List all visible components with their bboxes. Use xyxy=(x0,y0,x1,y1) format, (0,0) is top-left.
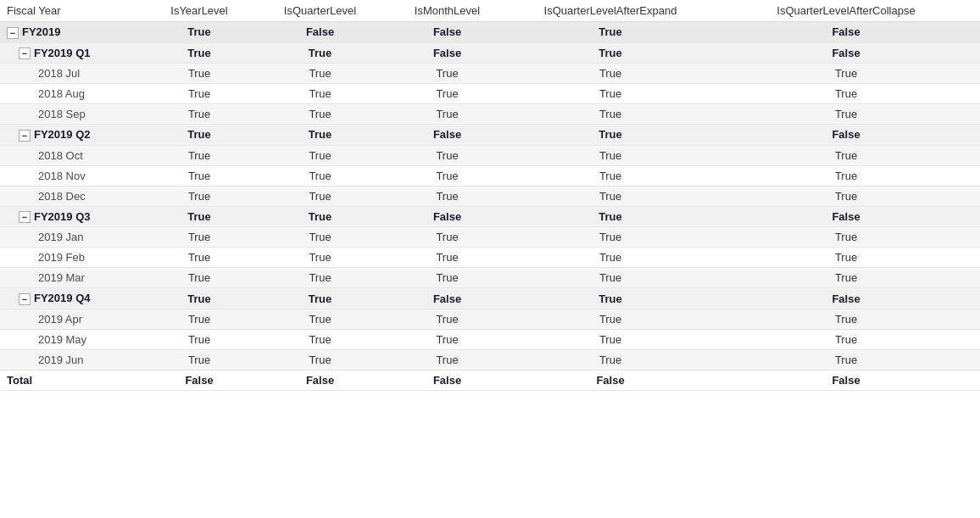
value-cell-3: False xyxy=(386,22,509,43)
fiscal-cell: 2018 Nov xyxy=(0,165,144,186)
value-cell-5: True xyxy=(712,329,980,349)
expand-collapse-icon[interactable]: − xyxy=(7,27,19,39)
fiscal-cell: 2019 Mar xyxy=(0,268,144,288)
value-cell-3: True xyxy=(386,268,509,288)
value-cell-5: False xyxy=(712,370,980,390)
value-cell-1: True xyxy=(144,64,254,84)
table-row: TotalFalseFalseFalseFalseFalse xyxy=(0,370,980,390)
value-cell-3: True xyxy=(386,349,509,370)
value-cell-5: True xyxy=(712,145,980,165)
fiscal-cell: 2018 Aug xyxy=(0,84,144,104)
value-cell-4: True xyxy=(509,309,712,329)
value-cell-3: True xyxy=(386,64,509,84)
value-cell-4: True xyxy=(509,186,712,206)
value-cell-1: True xyxy=(144,206,254,227)
value-cell-4: True xyxy=(509,104,712,125)
value-cell-5: True xyxy=(712,84,980,104)
value-cell-2: False xyxy=(254,22,386,43)
value-cell-3: True xyxy=(386,227,509,248)
value-cell-5: True xyxy=(712,349,980,370)
fiscal-cell: −FY2019 Q2 xyxy=(0,125,144,146)
value-cell-1: True xyxy=(144,227,254,248)
value-cell-4: True xyxy=(509,349,712,370)
value-cell-4: True xyxy=(509,42,712,64)
value-cell-1: True xyxy=(144,268,254,288)
value-cell-3: True xyxy=(386,329,509,349)
expand-collapse-icon[interactable]: − xyxy=(19,130,31,142)
table-row: −FY2019 Q2TrueTrueFalseTrueFalse xyxy=(0,125,980,146)
value-cell-3: True xyxy=(386,248,509,268)
value-cell-2: True xyxy=(254,64,386,84)
value-cell-2: True xyxy=(254,104,386,125)
fiscal-year-table: Fiscal Year IsYearLevel IsQuarterLevel I… xyxy=(0,0,980,391)
value-cell-3: True xyxy=(386,309,509,329)
fiscal-cell: 2018 Sep xyxy=(0,104,144,125)
value-cell-4: True xyxy=(509,248,712,268)
table-row: 2018 NovTrueTrueTrueTrueTrue xyxy=(0,165,980,186)
value-cell-1: True xyxy=(144,329,254,349)
value-cell-3: False xyxy=(386,206,509,227)
value-cell-2: True xyxy=(254,349,386,370)
value-cell-1: True xyxy=(144,145,254,165)
header-isquarterlevelaftercollapse: IsQuarterLevelAfterCollapse xyxy=(712,0,980,22)
table-row: 2018 AugTrueTrueTrueTrueTrue xyxy=(0,84,980,104)
fiscal-cell: 2018 Jul xyxy=(0,64,144,84)
table-row: −FY2019 Q1TrueTrueFalseTrueFalse xyxy=(0,42,980,64)
expand-collapse-icon[interactable]: − xyxy=(19,293,31,305)
fiscal-cell: 2019 Jan xyxy=(0,227,144,248)
table-row: 2018 SepTrueTrueTrueTrueTrue xyxy=(0,104,980,125)
value-cell-2: True xyxy=(254,248,386,268)
value-cell-5: False xyxy=(712,22,980,43)
header-fiscal-year: Fiscal Year xyxy=(0,0,144,22)
header-ismonthlevel: IsMonthLevel xyxy=(386,0,509,22)
table-row: 2018 DecTrueTrueTrueTrueTrue xyxy=(0,186,980,206)
expand-collapse-icon[interactable]: − xyxy=(19,47,31,59)
table-row: −FY2019TrueFalseFalseTrueFalse xyxy=(0,22,980,43)
value-cell-4: True xyxy=(509,145,712,165)
value-cell-3: False xyxy=(386,370,509,390)
value-cell-5: True xyxy=(712,309,980,329)
value-cell-4: True xyxy=(509,84,712,104)
value-cell-2: True xyxy=(254,42,386,64)
value-cell-5: True xyxy=(712,64,980,84)
value-cell-2: True xyxy=(254,165,386,186)
table-row: 2019 FebTrueTrueTrueTrueTrue xyxy=(0,248,980,268)
value-cell-5: False xyxy=(712,125,980,146)
value-cell-5: False xyxy=(712,206,980,227)
value-cell-3: True xyxy=(386,84,509,104)
fiscal-cell: 2018 Oct xyxy=(0,145,144,165)
value-cell-3: True xyxy=(386,165,509,186)
value-cell-4: True xyxy=(509,206,712,227)
fiscal-cell: −FY2019 Q1 xyxy=(0,42,144,64)
value-cell-2: True xyxy=(254,206,386,227)
fiscal-cell: 2018 Dec xyxy=(0,186,144,206)
value-cell-4: False xyxy=(509,370,712,390)
value-cell-5: True xyxy=(712,186,980,206)
value-cell-4: True xyxy=(509,227,712,248)
expand-collapse-icon[interactable]: − xyxy=(19,211,31,223)
value-cell-3: True xyxy=(386,104,509,125)
value-cell-5: True xyxy=(712,248,980,268)
table-row: 2019 MarTrueTrueTrueTrueTrue xyxy=(0,268,980,288)
header-isyearlevel: IsYearLevel xyxy=(144,0,254,22)
value-cell-4: True xyxy=(509,165,712,186)
value-cell-5: False xyxy=(712,42,980,64)
fiscal-cell: −FY2019 xyxy=(0,22,144,43)
value-cell-1: True xyxy=(144,288,254,309)
value-cell-2: True xyxy=(254,84,386,104)
fiscal-cell: −FY2019 Q3 xyxy=(0,206,144,227)
value-cell-2: True xyxy=(254,309,386,329)
fiscal-cell: 2019 May xyxy=(0,329,144,349)
fiscal-cell: 2019 Jun xyxy=(0,349,144,370)
fiscal-cell: −FY2019 Q4 xyxy=(0,288,144,309)
value-cell-2: False xyxy=(254,370,386,390)
table-row: −FY2019 Q3TrueTrueFalseTrueFalse xyxy=(0,206,980,227)
value-cell-1: True xyxy=(144,349,254,370)
value-cell-2: True xyxy=(254,329,386,349)
header-isquarterlevelafterexpand: IsQuarterLevelAfterExpand xyxy=(509,0,712,22)
value-cell-1: True xyxy=(144,165,254,186)
value-cell-5: True xyxy=(712,104,980,125)
value-cell-3: True xyxy=(386,186,509,206)
value-cell-5: False xyxy=(712,288,980,309)
value-cell-2: True xyxy=(254,288,386,309)
